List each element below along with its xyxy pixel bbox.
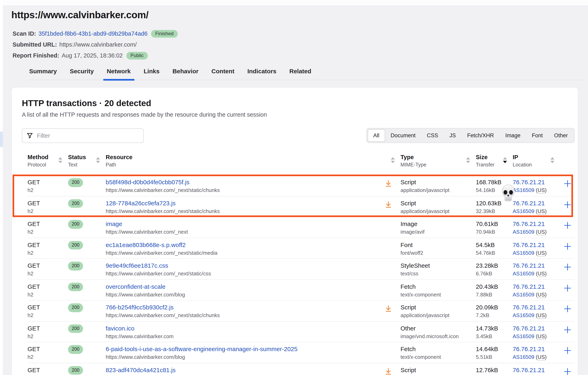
expand-cell[interactable] (560, 324, 575, 334)
transaction-row[interactable]: GET h2 200 overconfident-at-scale https:… (28, 280, 575, 301)
resource-link[interactable]: favicon.ico (106, 324, 135, 332)
download-cell[interactable] (376, 303, 400, 313)
resource-path: https://www.calvinbarker.com/_next/stati… (106, 208, 376, 214)
asn-link[interactable]: AS16509 (513, 271, 534, 277)
resource-link[interactable]: 128-7784a26cc9efa723.js (106, 199, 176, 206)
resource-link[interactable]: 766-b254f9cc5b930cf2.js (106, 304, 174, 311)
transaction-row[interactable]: GET h2 200 ec1a1eae803b668e-s.p.woff2 ht… (28, 238, 575, 259)
sort-arrows[interactable] (550, 157, 554, 163)
type-filter-label: Other (554, 132, 568, 138)
plus-icon (563, 200, 572, 209)
ip-link[interactable]: 76.76.21.21 (513, 262, 545, 269)
type-filter-button[interactable]: Document (385, 129, 421, 142)
tab[interactable]: Summary (29, 65, 57, 80)
resource-link[interactable]: 823-adf470dc4a421c81.js (106, 366, 176, 373)
type-filter-button[interactable]: All (368, 129, 385, 142)
asn-link[interactable]: AS16509 (513, 312, 534, 318)
type-filter-button[interactable]: Fetch/XHR (462, 129, 500, 142)
type-filter-button[interactable]: CSS (421, 129, 444, 142)
scan-id-link[interactable]: 35f1bded-f8b6-43b1-abd9-d9b29ba74ad6 (39, 30, 147, 37)
column-header: IP Location (513, 154, 560, 168)
tab[interactable]: Behavior (172, 65, 199, 80)
column-subtitle: Text (68, 162, 86, 168)
ip-link[interactable]: 76.76.21.21 (513, 220, 545, 227)
method-cell: GET h2 (28, 262, 68, 277)
type-filter-button[interactable]: Image (500, 129, 526, 142)
column-header-text: Resource Path (106, 154, 132, 168)
transaction-row[interactable]: GET h2 200 image https://www.calvinbarke… (28, 217, 575, 238)
asn-link[interactable]: AS16509 (513, 208, 534, 214)
type-filter-label: Font (532, 132, 543, 138)
mime-type-value: text/x-component (400, 291, 476, 298)
asn-link[interactable]: AS16509 (513, 187, 534, 193)
resource-link[interactable]: 6-paid-tools-i-use-as-a-software-enginee… (106, 345, 297, 352)
asn-link[interactable]: AS16509 (513, 291, 534, 297)
ip-link[interactable]: 76.76.21.21 (513, 241, 545, 248)
transaction-row[interactable]: GET h2 200 766-b254f9cc5b930cf2.js https… (28, 301, 575, 321)
tab[interactable]: Network (106, 65, 131, 80)
ip-link[interactable]: 76.76.21.21 (513, 345, 545, 352)
tab[interactable]: Content (211, 65, 235, 80)
transaction-row[interactable]: GET h2 200 6-paid-tools-i-use-as-a-softw… (28, 342, 575, 363)
download-cell[interactable] (376, 366, 400, 375)
size-cell: 14.64kB 5.51kB (476, 345, 513, 360)
method-cell: GET h2 (28, 220, 68, 235)
expand-cell[interactable] (560, 220, 575, 230)
protocol-value: h2 (28, 229, 68, 235)
type-filter-button[interactable]: Other (548, 129, 573, 142)
asn-link[interactable]: AS16509 (513, 229, 534, 235)
ip-link[interactable]: 76.76.21.21 (513, 283, 545, 290)
expand-cell[interactable] (560, 262, 575, 271)
resource-link[interactable]: b58f498d-d0b0d4fe0cbb075f.js (106, 179, 189, 186)
sort-arrows[interactable] (466, 157, 470, 163)
type-filter-button[interactable]: JS (444, 129, 462, 142)
expand-cell[interactable] (560, 178, 575, 188)
transaction-row[interactable]: GET h2 200 b58f498d-d0b0d4fe0cbb075f.js … (28, 175, 575, 196)
transaction-row[interactable]: GET h2 200 128-7784a26cc9efa723.js https… (28, 196, 575, 217)
sort-arrows[interactable] (96, 157, 100, 163)
sort-arrows[interactable] (58, 157, 62, 163)
expand-cell[interactable] (560, 282, 575, 292)
size-cell: 23.28kB 6.76kB (476, 262, 513, 277)
expand-cell[interactable] (560, 345, 575, 355)
tab[interactable]: Related (289, 65, 312, 80)
download-cell[interactable] (376, 199, 400, 208)
tab[interactable]: Links (143, 65, 160, 80)
ip-link[interactable]: 76.76.21.21 (513, 179, 545, 186)
type-cell: Script application/javascript (400, 366, 476, 375)
sort-arrows[interactable] (503, 157, 507, 163)
expand-cell[interactable] (560, 366, 575, 375)
resource-link[interactable]: overconfident-at-scale (106, 283, 165, 290)
tab-label: Indicators (247, 68, 276, 74)
sort-arrows[interactable] (391, 157, 395, 163)
download-cell[interactable] (376, 178, 400, 188)
transaction-row[interactable]: GET h2 200 9e9e49cf6ee1817c.css https://… (28, 259, 575, 280)
tab[interactable]: Security (69, 65, 94, 80)
ip-link[interactable]: 76.76.21.21 (513, 366, 545, 373)
protocol-value: h2 (28, 354, 68, 360)
status-cell: 200 (68, 262, 106, 270)
transaction-row[interactable]: GET h2 200 823-adf470dc4a421c81.js https… (28, 363, 575, 375)
type-filter-button[interactable]: Font (526, 129, 548, 142)
expand-cell[interactable] (560, 241, 575, 250)
ip-link[interactable]: 76.76.21.21 (513, 304, 545, 311)
expand-cell[interactable] (560, 199, 575, 209)
tab[interactable]: Indicators (247, 65, 277, 80)
resource-link[interactable]: ec1a1eae803b668e-s.p.woff2 (106, 241, 186, 248)
filter-input[interactable] (37, 132, 139, 139)
tab-label: Network (107, 68, 131, 74)
ip-link[interactable]: 76.76.21.21 (513, 324, 545, 332)
resource-link[interactable]: image (106, 220, 122, 227)
asn-link[interactable]: AS16509 (513, 333, 534, 339)
method-cell: GET h2 (28, 366, 68, 375)
transaction-row[interactable]: GET h2 200 favicon.ico https://www.calvi… (28, 321, 575, 342)
asn-link[interactable]: AS16509 (513, 250, 534, 256)
resource-link[interactable]: 9e9e49cf6ee1817c.css (106, 262, 168, 269)
size-cell: 12.76kB 5.41kB (476, 366, 513, 375)
resource-cell: 6-paid-tools-i-use-as-a-software-enginee… (106, 345, 376, 360)
expand-cell[interactable] (560, 303, 575, 313)
resource-link-wrap: b58f498d-d0b0d4fe0cbb075f.js (106, 178, 376, 186)
ip-link[interactable]: 76.76.21.21 (513, 199, 545, 206)
asn-link[interactable]: AS16509 (513, 354, 534, 360)
filter-input-box[interactable] (22, 128, 144, 143)
